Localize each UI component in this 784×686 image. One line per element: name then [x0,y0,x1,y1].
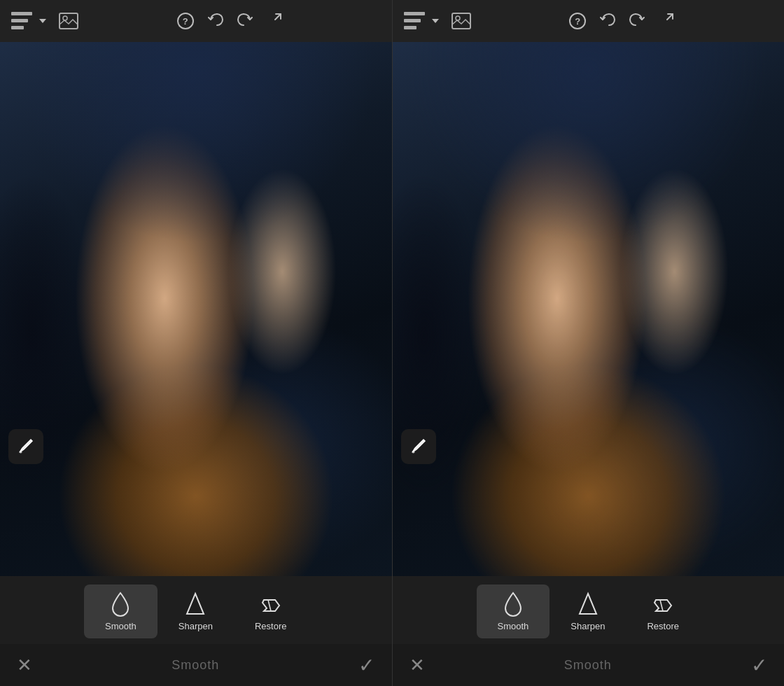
right-restore-label: Restore [647,621,679,631]
left-photo-canvas [0,42,392,576]
left-toolbar: ? [0,0,392,42]
left-restore-label: Restore [255,621,287,631]
right-photo-canvas [393,42,785,576]
right-confirm-button[interactable]: ✓ [751,654,767,677]
left-action-bar: ✕ Smooth ✓ [0,644,392,686]
left-confirm-button[interactable]: ✓ [358,654,374,677]
right-toolbar-center: ? [471,12,774,31]
restore-eraser-icon [260,592,282,617]
right-panel: ? [392,0,785,686]
svg-rect-0 [11,12,32,15]
left-smooth-button[interactable]: Smooth [84,584,158,638]
right-sharpen-triangle-icon [578,592,598,617]
main-panels-container: ? [0,0,784,686]
right-action-bar: ✕ Smooth ✓ [393,644,785,686]
layers-caret-icon[interactable] [39,19,46,23]
svg-rect-1 [11,19,28,22]
left-panel: ? [0,0,392,686]
expand-icon[interactable] [267,12,282,31]
right-image-area [393,42,785,576]
right-photo-icon[interactable] [451,13,471,29]
right-brush-icon [410,438,428,456]
brush-icon [17,438,35,456]
right-redo-icon[interactable] [629,12,645,31]
left-toolbar-left [11,12,78,30]
left-action-title: Smooth [172,658,219,673]
help-icon[interactable]: ? [177,13,194,29]
right-action-title: Smooth [564,658,612,673]
right-toolbar-left [404,12,471,30]
sharpen-triangle-icon [185,592,206,617]
right-sharpen-label: Sharpen [570,621,605,631]
photo-icon[interactable] [59,13,78,29]
svg-rect-7 [404,12,425,15]
svg-point-5 [20,451,22,454]
svg-point-11 [456,16,460,20]
left-sharpen-button[interactable]: Sharpen [158,584,234,638]
right-expand-icon[interactable] [659,12,674,31]
right-restore-button[interactable]: Restore [626,584,700,638]
right-restore-eraser-icon [652,592,674,617]
svg-rect-2 [11,26,24,29]
left-smooth-label: Smooth [105,621,136,631]
svg-rect-9 [404,26,416,29]
redo-icon[interactable] [237,12,253,31]
right-layers-caret-icon[interactable] [432,19,439,23]
right-brush-tool-button[interactable] [401,429,436,464]
right-tool-options: Smooth Sharpen Restore [393,576,785,644]
left-image-area [0,42,392,576]
left-brush-tool-button[interactable] [8,429,43,464]
right-smooth-button[interactable]: Smooth [477,584,550,638]
right-sharpen-button[interactable]: Sharpen [550,584,626,638]
right-undo-icon[interactable] [600,12,615,31]
right-smooth-drop-icon [503,592,524,617]
left-toolbar-center: ? [78,12,381,31]
right-cancel-button[interactable]: ✕ [410,654,425,676]
layers-icon[interactable] [11,12,32,30]
right-layers-icon[interactable] [404,12,425,30]
right-toolbar: ? [393,0,785,42]
left-restore-button[interactable]: Restore [234,584,308,638]
svg-point-12 [412,451,414,454]
right-smooth-label: Smooth [498,621,529,631]
svg-line-6 [268,600,271,611]
undo-icon[interactable] [208,12,223,31]
svg-rect-3 [59,13,78,29]
svg-line-13 [660,600,663,611]
left-tool-options: Smooth Sharpen Restore [0,576,392,644]
svg-rect-10 [452,13,470,29]
left-sharpen-label: Sharpen [178,621,213,631]
svg-rect-8 [404,19,421,22]
right-help-icon[interactable]: ? [569,13,586,29]
left-cancel-button[interactable]: ✕ [17,654,32,676]
svg-point-4 [63,16,67,20]
smooth-drop-icon [110,592,131,617]
